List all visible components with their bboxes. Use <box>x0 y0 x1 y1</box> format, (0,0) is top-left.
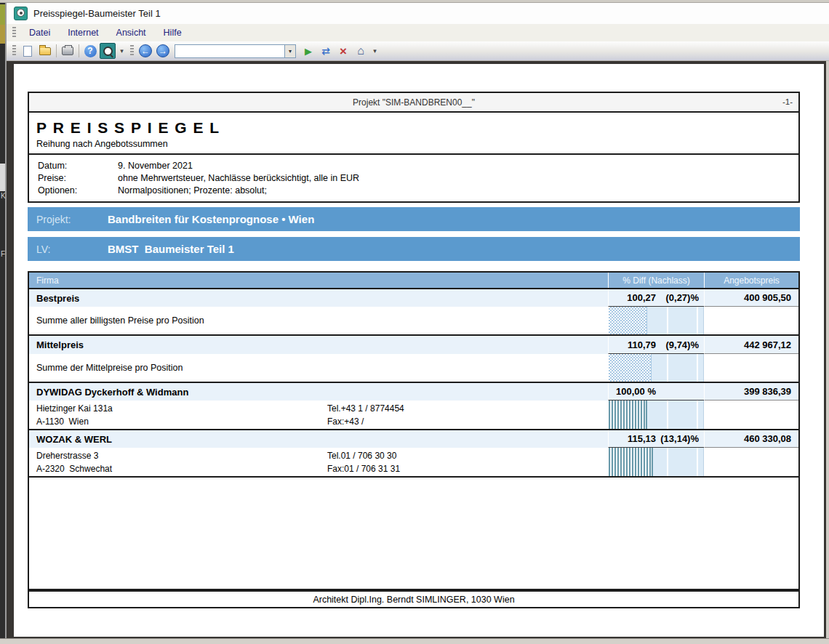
price-bar <box>609 448 653 476</box>
new-document-button[interactable] <box>20 43 36 59</box>
go-icon: ▶ <box>305 46 312 57</box>
window-title: Preisspiegel-Baumeister Teil 1 <box>33 8 161 19</box>
table-header-row: Firma % Diff (Nachlass) Angebotspreis <box>29 273 798 288</box>
price-value: 460 330,08 <box>704 430 798 448</box>
firma-address-block: Dreherstrasse 3 A-2320 Schwechat Tel.01 … <box>29 448 608 476</box>
refresh-button[interactable]: ⇄ <box>318 43 334 59</box>
column-header-angebotspreis: Angebotspreis <box>704 273 798 288</box>
report-title-block: PREISSPIEGEL Reihung nach Angebotssummen <box>29 113 798 155</box>
report-info-block: Datum: 9. November 2021 Preise: ohne Meh… <box>29 155 798 201</box>
diff-value: 100,00 % <box>609 386 656 397</box>
menu-item-internet[interactable]: Internet <box>60 25 105 40</box>
help-icon: ? <box>84 45 97 57</box>
price-value: 442 967,12 <box>704 336 798 354</box>
page-number: -1- <box>782 97 793 106</box>
stop-button[interactable]: × <box>335 43 351 59</box>
price-bar <box>609 354 652 382</box>
home-icon: ⌂ <box>357 44 364 57</box>
empty-report-area <box>28 478 800 590</box>
address-line: A-2320 Schwechat <box>36 463 327 476</box>
open-button[interactable] <box>37 43 53 59</box>
table-row: Bestpreis 100,27 (0,27)% 400 905,50 <box>29 289 798 307</box>
empty-price-cell <box>704 448 798 476</box>
fax-line: Fax:+43 / <box>327 416 404 429</box>
report-title: PREISSPIEGEL <box>36 119 798 137</box>
forward-arrow-icon: → <box>156 44 169 57</box>
window-bottom-edge <box>0 638 829 644</box>
print-button[interactable] <box>60 43 76 59</box>
report-footer: Architekt Dipl.Ing. Berndt SIMLINGER, 10… <box>28 590 800 608</box>
refresh-icon: ⇄ <box>321 45 330 57</box>
price-bar-cell <box>608 354 704 382</box>
toolbar-separator <box>56 44 57 57</box>
project-bar: Projekt: Bandbreiten für Kostenprognose … <box>28 207 800 231</box>
app-icon <box>14 7 28 20</box>
stop-x-icon: × <box>340 45 347 57</box>
info-label: Preise: <box>38 172 118 185</box>
firma-address-block: Hietzinger Kai 131a A-1130 Wien Tel.+43 … <box>29 401 608 429</box>
firma-name: Mittelpreis <box>29 336 608 354</box>
table-detail-row: Summe aller billigsten Preise pro Positi… <box>29 307 798 334</box>
fax-line: Fax:01 / 706 31 31 <box>327 463 400 476</box>
toolbar-overflow-button[interactable]: ▾ <box>371 43 379 59</box>
toolbar-grip[interactable] <box>130 45 134 57</box>
info-label: Datum: <box>38 160 118 172</box>
printer-icon <box>62 47 73 55</box>
help-button[interactable]: ? <box>82 43 98 59</box>
telephone-line: Tel.01 / 706 30 30 <box>327 450 400 463</box>
diff-cell: 115,13 (13,14)% <box>608 430 704 448</box>
nachlass-value: (9,74)% <box>656 339 704 350</box>
table-detail-row: Summe der Mittelpreise pro Position <box>29 354 798 382</box>
project-label: Projekt: <box>28 214 108 225</box>
info-label: Optionen: <box>38 185 118 197</box>
window-right-edge <box>826 61 829 638</box>
toolbar-grip[interactable] <box>12 45 16 57</box>
toolbar-grip[interactable] <box>12 27 16 39</box>
table-detail-row: Hietzinger Kai 131a A-1130 Wien Tel.+43 … <box>29 401 798 429</box>
home-button[interactable]: ⌂ <box>353 43 369 59</box>
back-button[interactable]: ← <box>137 43 153 59</box>
info-row-preise: Preise: ohne Mehrwertsteuer, Nachlässe b… <box>38 172 798 185</box>
title-bar: Preisspiegel-Baumeister Teil 1 <box>7 3 829 24</box>
info-value: 9. November 2021 <box>118 160 193 172</box>
combobox-dropdown-button[interactable]: ▾ <box>285 44 296 58</box>
go-button[interactable]: ▶ <box>300 43 316 59</box>
nachlass-value: (0,27)% <box>656 292 704 303</box>
forward-button[interactable]: → <box>155 43 171 59</box>
menu-item-ansicht[interactable]: Ansicht <box>109 25 153 40</box>
toolbar-separator <box>79 44 79 57</box>
row-description: Summe aller billigsten Preise pro Positi… <box>29 307 608 334</box>
page-header-row: Projekt "SIM-BANDBREN00__" -1- <box>29 93 798 113</box>
price-bar <box>609 307 647 334</box>
price-bar <box>609 401 647 429</box>
menu-bar: Datei Internet Ansicht Hilfe <box>7 24 829 41</box>
report-page: Projekt "SIM-BANDBREN00__" -1- PREISSPIE… <box>14 64 824 637</box>
diff-value: 100,27 <box>609 292 656 303</box>
table-detail-row: Dreherstrasse 3 A-2320 Schwechat Tel.01 … <box>29 448 798 476</box>
info-row-optionen: Optionen: Normalpositionen; Prozente: ab… <box>38 185 798 197</box>
menu-item-datei[interactable]: Datei <box>22 25 57 40</box>
diff-cell: 100,27 (0,27)% <box>608 289 704 307</box>
price-bar-cell <box>608 307 704 334</box>
report-subtitle: Reihung nach Angebotssummen <box>36 139 798 149</box>
firma-name: Bestpreis <box>29 289 608 307</box>
menu-item-hilfe[interactable]: Hilfe <box>156 25 189 40</box>
project-reference: Projekt "SIM-BANDBREN00__" <box>353 97 475 108</box>
print-preview-button[interactable] <box>100 43 116 59</box>
address-combobox[interactable] <box>175 44 285 58</box>
column-header-firma: Firma <box>29 273 608 288</box>
info-value: ohne Mehrwertsteuer, Nachlässe berücksic… <box>118 172 359 185</box>
column-header-diff: % Diff (Nachlass) <box>608 273 704 288</box>
app-window: Preisspiegel-Baumeister Teil 1 Datei Int… <box>0 0 829 644</box>
lv-value: BMST Baumeister Teil 1 <box>108 243 234 255</box>
toolbar-overflow-button[interactable]: ▾ <box>118 43 126 59</box>
report-header-section: Projekt "SIM-BANDBREN00__" -1- PREISSPIE… <box>28 92 800 203</box>
row-description: Summe der Mittelpreise pro Position <box>29 354 608 382</box>
document-viewport[interactable]: Projekt "SIM-BANDBREN00__" -1- PREISSPIE… <box>7 61 826 638</box>
price-bar-cell <box>608 448 704 476</box>
firma-name: WOZAK & WERL <box>29 430 608 448</box>
price-value: 400 905,50 <box>704 289 798 307</box>
diff-value: 115,13 <box>609 433 656 444</box>
firma-name: DYWIDAG Dyckerhoff & Widmann <box>29 383 608 401</box>
diff-cell: 100,00 % <box>608 383 704 401</box>
